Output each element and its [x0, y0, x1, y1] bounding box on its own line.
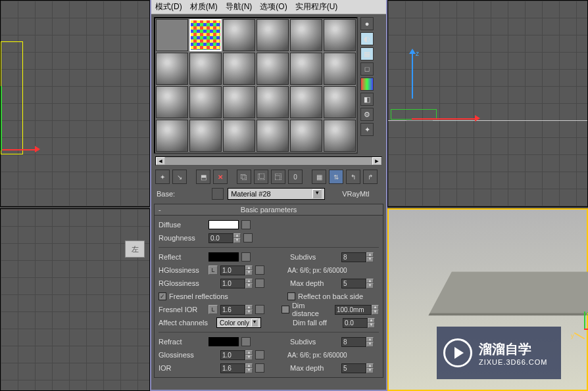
- slot-13[interactable]: [189, 86, 222, 118]
- make-copy-icon[interactable]: ⿻: [237, 170, 251, 184]
- reflect-subdivs-spinner[interactable]: ▲▼: [341, 252, 374, 262]
- slot-18[interactable]: [156, 120, 188, 152]
- hgloss-lock-button[interactable]: L: [208, 265, 218, 275]
- dimdist-spinner[interactable]: ▲▼: [335, 305, 379, 315]
- roughness-map-button[interactable]: [243, 233, 253, 242]
- hgloss-map-button[interactable]: [255, 265, 264, 275]
- ior-spinner[interactable]: ▲▼: [220, 363, 253, 373]
- chevron-down-icon[interactable]: ▼: [251, 319, 258, 327]
- select-by-mat-icon[interactable]: ✦: [360, 123, 374, 136]
- dimdist-checkbox[interactable]: [282, 306, 289, 313]
- make-preview-icon[interactable]: ◧: [360, 93, 374, 106]
- refract-subdivs-spinner[interactable]: ▲▼: [341, 337, 374, 347]
- reset-map-icon[interactable]: ✕: [213, 170, 228, 184]
- grid: [1, 209, 149, 390]
- menu-options[interactable]: 选项(O): [260, 1, 287, 12]
- slot-14[interactable]: [223, 86, 255, 118]
- backlight-icon[interactable]: ◐: [360, 32, 374, 45]
- slot-1[interactable]: [189, 19, 222, 51]
- material-name-combo[interactable]: Material #28 ▼: [228, 188, 325, 200]
- menu-util[interactable]: 实用程序(U): [295, 1, 338, 12]
- video-color-icon[interactable]: [360, 78, 374, 91]
- show-end-result-icon[interactable]: ⇅: [329, 170, 343, 184]
- go-parent-icon[interactable]: ↰: [346, 170, 360, 184]
- slot-8[interactable]: [223, 53, 255, 85]
- menu-nav[interactable]: 导航(N): [226, 1, 253, 12]
- slot-4[interactable]: [290, 19, 322, 51]
- slot-22[interactable]: [290, 120, 322, 152]
- slot-3[interactable]: [257, 19, 289, 51]
- scroll-left-icon[interactable]: ◄: [156, 157, 165, 165]
- refract-swatch[interactable]: [208, 337, 239, 346]
- slot-5[interactable]: [324, 19, 356, 51]
- refract-maxdepth-spinner[interactable]: ▲▼: [341, 363, 374, 373]
- dimfall-spinner[interactable]: ▲▼: [343, 318, 375, 328]
- slot-6[interactable]: [156, 53, 188, 85]
- material-toolbar: ✦ ↘ ⬒ ✕ ⿻ ⿺ ⿹ 0 ▦ ⇅ ↰ ↱: [151, 168, 386, 185]
- viewport-bottom-left[interactable]: [0, 208, 150, 391]
- roughness-spinner[interactable]: ▲▼: [208, 233, 241, 243]
- reflect-back-label: Reflect on back side: [298, 292, 363, 300]
- diffuse-swatch[interactable]: [208, 220, 239, 229]
- hgloss-spinner[interactable]: ▲▼: [220, 265, 253, 275]
- pick-material-icon[interactable]: [212, 188, 224, 200]
- slot-0[interactable]: [156, 19, 188, 51]
- viewcube-face[interactable]: 左: [125, 241, 145, 258]
- slot-17[interactable]: [324, 86, 356, 118]
- sample-uv-icon[interactable]: □: [360, 62, 374, 76]
- assign-to-sel-icon[interactable]: ⬒: [196, 170, 210, 184]
- slot-16[interactable]: [290, 86, 322, 118]
- options-icon[interactable]: ⚙: [360, 108, 374, 121]
- refract-map-button[interactable]: [241, 337, 251, 346]
- show-in-vp-icon[interactable]: ▦: [312, 170, 326, 184]
- viewport-top-right[interactable]: [387, 0, 588, 207]
- menu-material[interactable]: 材质(M): [190, 1, 218, 12]
- fresnelior-lock-button[interactable]: L: [208, 305, 218, 314]
- slot-12[interactable]: [156, 86, 188, 118]
- glossiness-map-button[interactable]: [255, 350, 264, 359]
- reflect-back-checkbox[interactable]: [287, 292, 295, 300]
- put-to-lib-icon[interactable]: ⿹: [271, 170, 285, 184]
- material-type[interactable]: VRayMtl: [342, 190, 370, 198]
- glossiness-spinner[interactable]: ▲▼: [220, 350, 253, 360]
- menu-mode[interactable]: 模式(D): [155, 1, 182, 12]
- fresnelior-spinner[interactable]: ▲▼: [220, 305, 253, 315]
- slot-23[interactable]: [324, 120, 356, 152]
- material-slots: [154, 17, 358, 154]
- scroll-right-icon[interactable]: ►: [372, 157, 381, 165]
- slot-11[interactable]: [324, 53, 356, 85]
- slot-7[interactable]: [189, 53, 222, 85]
- slot-20[interactable]: [223, 120, 255, 152]
- slot-21[interactable]: [257, 120, 289, 152]
- fresnel-checkbox[interactable]: [159, 292, 166, 300]
- viewport-top-left[interactable]: [0, 0, 150, 207]
- background-icon[interactable]: ▦: [360, 47, 374, 60]
- affect-label: Affect channels: [159, 319, 214, 327]
- slot-15[interactable]: [257, 86, 289, 118]
- slot-10[interactable]: [290, 53, 322, 85]
- material-name: Material #28: [231, 190, 271, 198]
- rgloss-map-button[interactable]: [255, 279, 264, 288]
- get-material-icon[interactable]: ✦: [155, 170, 170, 184]
- material-id-icon[interactable]: 0: [288, 170, 303, 184]
- ior-map-button[interactable]: [255, 363, 264, 373]
- slot-9[interactable]: [257, 53, 289, 85]
- hgloss-label: HGlossiness: [159, 266, 206, 274]
- put-to-scene-icon[interactable]: ↘: [172, 170, 187, 184]
- slot-19[interactable]: [189, 120, 222, 152]
- rgloss-spinner[interactable]: ▲▼: [220, 279, 253, 288]
- grid: [388, 1, 587, 206]
- reflect-maxdepth-spinner[interactable]: ▲▼: [341, 279, 374, 288]
- diffuse-map-button[interactable]: [241, 220, 251, 229]
- rollout-header[interactable]: - Basic parameters: [155, 204, 383, 216]
- slot-scrollbar[interactable]: ◄ ►: [155, 156, 382, 166]
- affect-channels-combo[interactable]: Color only ▼: [216, 317, 261, 328]
- reflect-swatch[interactable]: [208, 252, 239, 262]
- reflect-map-button[interactable]: [241, 252, 251, 262]
- make-unique-icon[interactable]: ⿺: [254, 170, 268, 184]
- chevron-down-icon[interactable]: ▼: [312, 189, 322, 198]
- go-forward-icon[interactable]: ↱: [363, 170, 378, 184]
- slot-2[interactable]: [223, 19, 255, 51]
- sample-type-icon[interactable]: ●: [360, 17, 374, 30]
- fresnelior-map-button[interactable]: [255, 305, 264, 314]
